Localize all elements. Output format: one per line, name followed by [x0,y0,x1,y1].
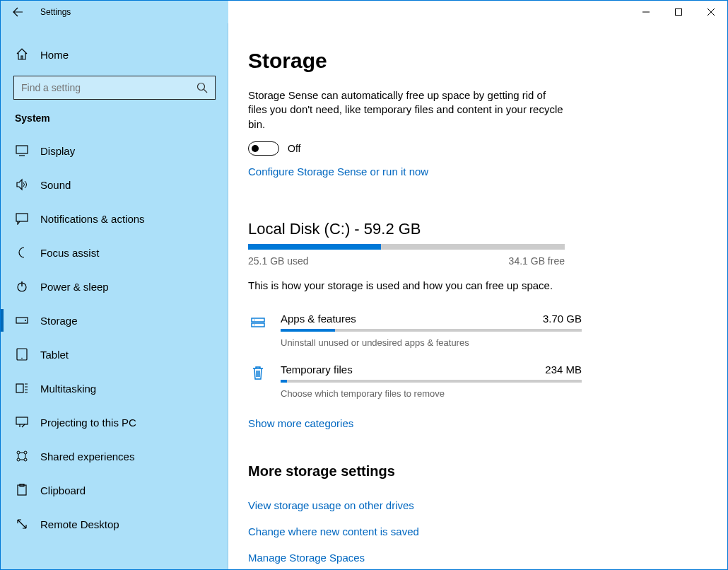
svg-point-1 [198,83,205,91]
disk-title: Local Disk (C:) - 59.2 GB [248,220,708,238]
nav-focus-assist[interactable]: Focus assist [1,235,228,269]
close-button[interactable] [695,1,727,23]
nav-label: Remote Desktop [40,518,119,530]
category-sub: Uninstall unused or undesired apps & fea… [281,337,582,348]
disk-description: This is how your storage is used and how… [248,279,708,291]
svg-point-12 [24,451,27,454]
nav-label: Notifications & actions [40,213,145,225]
maximize-icon [675,8,682,16]
nav-label: Projecting to this PC [40,417,136,429]
nav-clipboard[interactable]: Clipboard [1,473,228,507]
category-header: System [1,112,228,134]
disk-usage-bar-used [248,244,381,250]
nav-multitasking[interactable]: Multitasking [1,371,228,405]
body: Home System Display Sound Notificatio [1,23,727,569]
storage-sense-toggle-row: Off [248,141,708,156]
svg-rect-17 [252,318,264,322]
nav-tablet[interactable]: Tablet [1,337,228,371]
svg-rect-10 [16,417,28,424]
content-pane: Storage Storage Sense can automatically … [228,23,727,569]
disk-used-label: 25.1 GB used [248,255,309,267]
display-icon [15,144,29,157]
sound-icon [15,178,29,191]
disk-free-label: 34.1 GB free [509,255,565,267]
category-bar [281,329,582,332]
power-icon [15,280,29,293]
category-name: Apps & features [281,313,356,325]
svg-rect-9 [16,384,23,392]
nav-display[interactable]: Display [1,134,228,168]
close-icon [708,8,715,16]
nav-label: Sound [40,179,71,191]
storage-sense-toggle[interactable] [248,141,279,156]
svg-point-19 [254,319,255,320]
nav-list: Display Sound Notifications & actions Fo… [1,134,228,541]
sidebar-divider [228,23,228,569]
svg-point-13 [17,458,20,461]
nav-label: Tablet [40,349,69,361]
more-settings-title: More storage settings [248,463,708,479]
minimize-button[interactable] [630,1,662,23]
change-save-location-link[interactable]: Change where new content is saved [248,525,708,537]
category-temp-files[interactable]: Temporary files 234 MB Choose which temp… [248,358,582,409]
category-body: Apps & features 3.70 GB Uninstall unused… [281,313,582,348]
sidebar: Home System Display Sound Notificatio [1,23,228,569]
nav-label: Focus assist [40,247,99,259]
focus-assist-icon [15,246,29,259]
home-label: Home [40,49,69,61]
category-bar-fill [281,380,287,383]
manage-storage-spaces-link[interactable]: Manage Storage Spaces [248,552,708,564]
svg-point-20 [254,324,255,325]
home-button[interactable]: Home [1,40,228,69]
back-button[interactable] [1,1,35,23]
remote-desktop-icon [15,518,29,530]
nav-label: Clipboard [40,484,86,496]
nav-projecting[interactable]: Projecting to this PC [1,405,228,439]
search-input[interactable] [21,82,196,93]
nav-shared-exp[interactable]: Shared experiences [1,439,228,473]
nav-sound[interactable]: Sound [1,168,228,202]
nav-label: Power & sleep [40,281,109,293]
category-sub: Choose which temporary files to remove [281,388,582,399]
nav-power-sleep[interactable]: Power & sleep [1,269,228,303]
nav-label: Display [40,145,75,157]
svg-point-14 [24,458,27,461]
toggle-label: Off [288,143,300,154]
category-name: Temporary files [281,363,353,376]
category-apps-features[interactable]: Apps & features 3.70 GB Uninstall unused… [248,307,582,358]
category-bar [281,380,582,383]
category-bar-fill [281,329,335,332]
titlebar-right [228,1,727,23]
nav-storage[interactable]: Storage [1,303,228,337]
nav-remote-desktop[interactable]: Remote Desktop [1,507,228,541]
search-box[interactable] [13,76,216,100]
titlebar-left: Settings [1,1,228,23]
nav-label: Multitasking [40,383,96,395]
home-icon [15,48,29,61]
apps-icon [248,313,268,330]
page-title: Storage [248,49,708,73]
svg-rect-0 [676,9,682,16]
svg-point-8 [21,358,23,359]
minimize-icon [642,8,650,16]
view-other-drives-link[interactable]: View storage usage on other drives [248,499,708,511]
settings-window: Settings Home [0,0,728,570]
disk-meta: 25.1 GB used 34.1 GB free [248,255,565,267]
disk-usage-bar [248,244,565,250]
svg-point-6 [25,320,26,321]
storage-sense-description: Storage Sense can automatically free up … [248,88,566,132]
configure-storage-sense-link[interactable]: Configure Storage Sense or run it now [248,165,428,178]
trash-icon [248,363,268,380]
show-more-categories-link[interactable]: Show more categories [248,417,353,429]
svg-rect-2 [16,146,28,153]
titlebar: Settings [1,1,727,23]
notifications-icon [15,212,29,225]
svg-rect-18 [252,323,264,327]
arrow-left-icon [12,6,23,18]
app-title: Settings [40,7,71,17]
tablet-icon [15,348,29,361]
nav-notifications[interactable]: Notifications & actions [1,202,228,235]
maximize-button[interactable] [662,1,695,23]
clipboard-icon [15,484,29,496]
nav-label: Shared experiences [40,450,134,463]
